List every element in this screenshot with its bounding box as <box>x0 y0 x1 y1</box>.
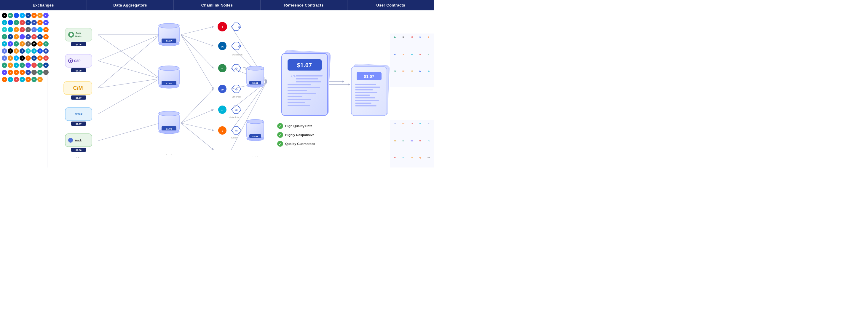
exchange-logo-60: L <box>26 63 31 68</box>
user-logo-user-logos-top-5: Se <box>433 35 434 39</box>
svg-rect-115 <box>296 78 318 80</box>
exchange-logo-51: X <box>20 55 25 61</box>
svg-rect-143 <box>355 89 373 90</box>
content-row: XKCCSGHBK⬡CFOBMNDTGBKZESPCABLMRBHWDFBZ1A… <box>0 10 434 168</box>
svg-text:Gecko: Gecko <box>75 35 83 38</box>
exchange-logo-52: P <box>26 55 31 61</box>
exchange-logo-18: B <box>13 27 19 32</box>
user-logo-user-logos-bottom-13: PR <box>416 139 424 143</box>
user-logos-top: ZeKrMTLiSySeTaNuAaveCp1iniNAubZTrTuFlDaS… <box>390 33 434 87</box>
user-logo-user-logos-top-25: Ma <box>433 69 434 73</box>
header-nodes: Chainlink Nodes <box>174 0 260 10</box>
exchange-logo-5: H <box>31 13 37 18</box>
exchange-logo-10: F <box>13 20 19 25</box>
user-logo-user-logos-top-11: iN <box>399 52 407 57</box>
svg-text:sf: sf <box>221 110 223 112</box>
exchange-logo-30: B <box>37 34 43 39</box>
svg-text:Track: Track <box>75 139 82 142</box>
svg-rect-123 <box>287 102 305 103</box>
exchange-logo-4: G <box>26 13 31 18</box>
svg-point-33 <box>70 60 71 62</box>
user-logo-user-logos-bottom-20: Sx <box>391 155 399 160</box>
header-reference: Reference Contracts <box>260 0 347 10</box>
main-container: Exchanges Data Aggregators Chainlink Nod… <box>0 0 434 168</box>
exchange-logo-33: D <box>8 41 13 47</box>
svg-text:$1.07: $1.07 <box>75 123 82 125</box>
exchange-logo-1: KC <box>8 13 13 18</box>
svg-rect-118 <box>287 87 320 88</box>
header-exchanges: Exchanges <box>0 0 87 10</box>
svg-text:</>: </> <box>290 74 296 78</box>
svg-text:Kaiko: Kaiko <box>231 136 238 139</box>
user-logo-user-logos-bottom-11: Be <box>399 139 407 143</box>
user-logo-user-logos-bottom-2: Or <box>408 121 416 126</box>
exchange-logo-16: T <box>2 27 7 32</box>
svg-text:Highly Responsive: Highly Responsive <box>285 133 314 137</box>
exchange-logo-2: C <box>13 13 19 18</box>
exchange-logo-64: K <box>2 70 7 75</box>
svg-text:✓: ✓ <box>279 124 282 128</box>
svg-text:T: T <box>221 26 223 29</box>
diagram-area: Coin Gecko $1.06 GSR $1.08 C <box>48 10 434 168</box>
svg-text:$1.06: $1.06 <box>75 43 82 46</box>
exchange-logo-62: F <box>37 63 43 68</box>
exchange-logo-13: M <box>31 20 37 25</box>
svg-text:$1.07: $1.07 <box>166 40 172 42</box>
svg-line-9 <box>181 35 213 46</box>
user-logo-user-logos-top-1: Kr <box>399 35 407 39</box>
exchange-logo-6: B <box>37 13 43 18</box>
exchange-logo-69: Z <box>31 70 37 75</box>
user-logo-user-logos-top-23: Lu <box>416 69 424 73</box>
user-logo-user-logos-top-20: AC <box>391 69 399 73</box>
exchange-logo-40: E <box>2 48 7 54</box>
svg-text:$1.06: $1.06 <box>75 149 82 151</box>
exchange-logo-35: B <box>20 41 25 47</box>
exchange-logo-65: N <box>8 70 13 75</box>
svg-text:stake·fish: stake·fish <box>229 116 239 119</box>
svg-text:LP: LP <box>221 89 224 91</box>
user-logo-user-logos-bottom-0: CL <box>391 121 399 126</box>
provider-swisscom: SC ⓒ Swisscom <box>218 42 243 56</box>
diagram-svg: Coin Gecko $1.06 GSR $1.08 C <box>48 10 434 168</box>
exchange-logo-9: C <box>8 20 13 25</box>
user-logo-user-logos-bottom-23: Ry <box>416 155 424 160</box>
exchange-logo-53: B <box>31 55 37 61</box>
user-logo-user-logos-top-14: Tr <box>425 52 433 57</box>
exchange-logo-25: A <box>8 34 13 39</box>
svg-text:✓: ✓ <box>279 142 282 146</box>
svg-text:ⓒ: ⓒ <box>238 45 241 48</box>
user-logo-user-logos-bottom-14: Fn <box>425 139 433 143</box>
exchange-logo-58: G <box>13 63 19 68</box>
svg-rect-114 <box>296 75 322 77</box>
svg-text:Swisscom: Swisscom <box>232 53 243 56</box>
svg-text:C/M: C/M <box>73 85 83 91</box>
agg-node-top: $1.07 <box>159 23 179 46</box>
svg-line-3 <box>98 61 160 79</box>
exchange-logo-27: L <box>20 34 25 39</box>
svg-point-46 <box>68 138 73 143</box>
svg-text:· · ·: · · · <box>166 152 172 156</box>
user-logo-user-logos-top-10: 1in <box>391 52 399 57</box>
exchange-logo-77: R <box>31 77 37 82</box>
svg-point-62 <box>159 111 179 116</box>
svg-rect-146 <box>355 97 375 98</box>
exchange-logo-49: B <box>8 55 13 61</box>
svg-line-11 <box>181 35 213 89</box>
header-row: Exchanges Data Aggregators Chainlink Nod… <box>0 0 434 10</box>
svg-line-1 <box>98 35 160 79</box>
svg-text:$1.07: $1.07 <box>297 62 312 68</box>
svg-line-7 <box>98 123 160 141</box>
svg-rect-144 <box>355 92 377 93</box>
user-logo-user-logos-top-22: YT <box>408 69 416 73</box>
provider-kaiko: K ⓒ Kaiko <box>218 126 241 139</box>
exchange-logo-42: B <box>13 48 19 54</box>
exchange-logo-36: Z <box>26 41 31 47</box>
svg-line-15 <box>181 123 213 150</box>
exchange-logo-26: B <box>13 34 19 39</box>
svg-text:$1.08: $1.08 <box>252 135 258 138</box>
svg-point-26 <box>70 33 73 36</box>
svg-text:ⓒ: ⓒ <box>236 109 238 111</box>
exchange-logo-78: B <box>37 77 43 82</box>
svg-line-13 <box>181 110 213 123</box>
header-aggregators: Data Aggregators <box>87 0 174 10</box>
